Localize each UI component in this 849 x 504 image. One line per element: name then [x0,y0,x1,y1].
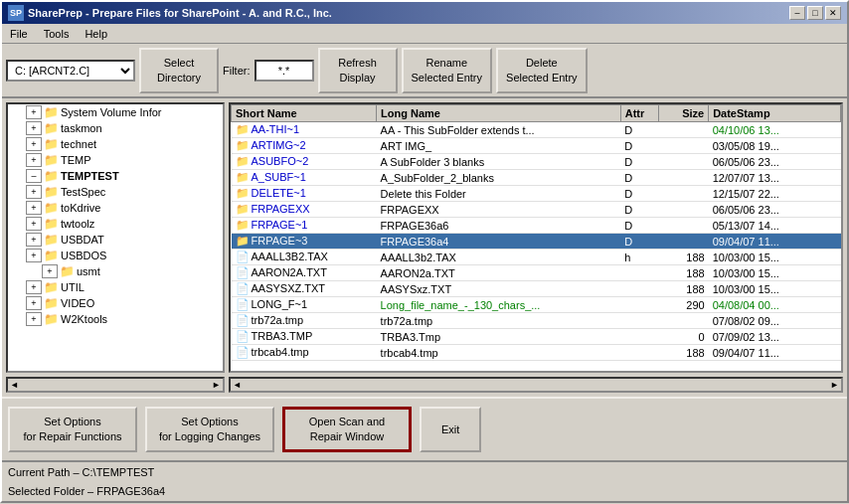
menu-tools[interactable]: Tools [40,27,74,41]
table-row[interactable]: 📁FRPAGE~3FRPAGE36a4D09/04/07 11... [232,234,841,250]
tree-item-label: TestSpec [61,186,105,198]
folder-icon: 📁 [236,187,250,199]
tree-expander[interactable]: + [26,121,42,135]
folder-icon: 📁 [236,171,250,183]
tree-scrollbar[interactable]: ◄ ► [6,377,225,393]
tree-expander[interactable]: + [26,201,42,215]
file-date: 10/03/00 15... [709,250,841,265]
file-scrollbar[interactable]: ◄ ► [229,377,843,393]
file-attr: D [620,234,658,250]
file-short-name: 📄trbcab4.tmp [232,345,377,361]
refresh-display-button[interactable]: Refresh Display [318,48,398,93]
tree-item[interactable]: +📁System Volume Infor [8,104,223,120]
drive-selector[interactable]: C: [ARCNT2.C] [6,60,135,82]
file-date: 09/04/07 11... [709,345,841,361]
file-size [658,122,708,138]
logging-options-button[interactable]: Set Options for Logging Changes [145,407,274,452]
file-date: 06/05/06 23... [709,202,841,218]
scan-repair-button[interactable]: Open Scan and Repair Window [282,407,412,452]
folder-icon: 📁 [44,105,59,119]
filter-input[interactable] [255,60,314,82]
tree-item[interactable]: +📁usmt [8,263,223,279]
file-long-name: AAALL3b2.TAX [377,250,621,265]
rename-entry-button[interactable]: Rename Selected Entry [402,48,493,93]
table-row[interactable]: 📁AA-THI~1AA - This SubFolder extends t..… [232,122,841,138]
repair-options-button[interactable]: Set Options for Repair Functions [8,407,137,452]
file-short-name: 📁FRPAGE~3 [232,234,377,250]
folder-icon: 📁 [236,123,250,135]
tree-panel[interactable]: +📁System Volume Infor+📁taskmon+📁technet+… [6,102,225,373]
tree-expander[interactable]: + [42,264,58,278]
maximize-button[interactable]: □ [807,6,823,20]
file-date: 04/08/04 00... [709,297,841,313]
file-attr: D [620,170,658,186]
tree-item-label: usmt [77,265,100,277]
table-row[interactable]: 📄LONG_F~1Long_file_name_-_130_chars_...2… [232,297,841,313]
delete-entry-button[interactable]: Delete Selected Entry [496,48,588,93]
table-row[interactable]: 📁DELETE~1Delete this FolderD12/15/07 22.… [232,186,841,202]
tree-item[interactable]: +📁UTIL [8,279,223,295]
tree-expander[interactable]: – [26,169,42,183]
file-panel[interactable]: Short NameLong NameAttrSizeDateStamp📁AA-… [229,102,843,373]
file-attr: D [620,122,658,138]
file-short-name: 📄TRBA3.TMP [232,329,377,345]
column-header: Attr [620,105,658,122]
folder-icon: 📁 [236,235,250,247]
file-date: 09/04/07 11... [709,234,841,250]
tree-expander[interactable]: + [26,153,42,167]
tree-item[interactable]: +📁W2Ktools [8,311,223,327]
tree-expander[interactable]: + [26,233,42,247]
tree-item[interactable]: +📁technet [8,136,223,152]
file-long-name: AA - This SubFolder extends t... [377,122,621,138]
table-row[interactable]: 📁ARTIMG~2ART IMG_D03/05/08 19... [232,138,841,154]
table-row[interactable]: 📁FRPAGEXXFRPAGEXXD06/05/06 23... [232,202,841,218]
tree-item-label: toKdrive [61,202,100,214]
folder-icon: 📁 [44,185,59,199]
table-row[interactable]: 📄AASYSXZ.TXTAASYSxz.TXT18810/03/00 15... [232,281,841,297]
tree-item[interactable]: +📁taskmon [8,120,223,136]
tree-item[interactable]: –📁TEMPTEST [8,168,223,184]
table-row[interactable]: 📁FRPAGE~1FRPAGE36a6D05/13/07 14... [232,218,841,234]
tree-item-label: USBDOS [61,250,106,261]
window-title: SharePrep - Prepare Files for SharePoint… [28,7,332,19]
tree-expander[interactable]: + [26,137,42,151]
tree-expander[interactable]: + [26,105,42,119]
outer-window: SP SharePrep - Prepare Files for SharePo… [0,0,849,503]
table-row[interactable]: 📁A_SUBF~1A_SubFolder_2_blanksD12/07/07 1… [232,170,841,186]
table-row[interactable]: 📄trb72a.tmptrb72a.tmp07/08/02 09... [232,313,841,329]
tree-expander[interactable]: + [26,217,42,231]
tree-item[interactable]: +📁USBDAT [8,232,223,248]
select-directory-button[interactable]: Select Directory [139,48,219,93]
table-row[interactable]: 📄AAALL3B2.TAXAAALL3b2.TAXh18810/03/00 15… [232,250,841,265]
close-button[interactable]: ✕ [825,6,841,20]
file-attr: D [620,186,658,202]
tree-expander[interactable]: + [26,312,42,326]
tree-expander[interactable]: + [26,280,42,294]
file-date: 10/03/00 15... [709,281,841,297]
tree-item[interactable]: +📁TEMP [8,152,223,168]
tree-item[interactable]: +📁VIDEO [8,295,223,311]
menu-help[interactable]: Help [81,27,111,41]
tree-expander[interactable]: + [26,249,42,262]
exit-button[interactable]: Exit [420,407,481,452]
table-row[interactable]: 📄TRBA3.TMPTRBA3.Tmp007/09/02 13... [232,329,841,345]
table-row[interactable]: 📁ASUBFO~2A SubFolder 3 blanksD06/05/06 2… [232,154,841,170]
tree-item[interactable]: +📁TestSpec [8,184,223,200]
tree-expander[interactable]: + [26,185,42,199]
folder-icon: 📁 [44,249,59,262]
tree-item[interactable]: +📁twtoolz [8,216,223,232]
file-date: 12/07/07 13... [709,170,841,186]
tree-item[interactable]: +📁USBDOS [8,248,223,263]
file-size [658,170,708,186]
file-icon: 📄 [236,266,250,278]
tree-expander[interactable]: + [26,296,42,310]
folder-icon: 📁 [44,217,59,231]
window-controls: – □ ✕ [789,6,841,20]
tree-item[interactable]: +📁toKdrive [8,200,223,216]
table-row[interactable]: 📄AARON2A.TXTAARON2a.TXT18810/03/00 15... [232,265,841,281]
file-short-name: 📄AASYSXZ.TXT [232,281,377,297]
folder-icon: 📁 [44,121,59,135]
menu-file[interactable]: File [6,27,32,41]
minimize-button[interactable]: – [789,6,805,20]
table-row[interactable]: 📄trbcab4.tmptrbcab4.tmp18809/04/07 11... [232,345,841,361]
